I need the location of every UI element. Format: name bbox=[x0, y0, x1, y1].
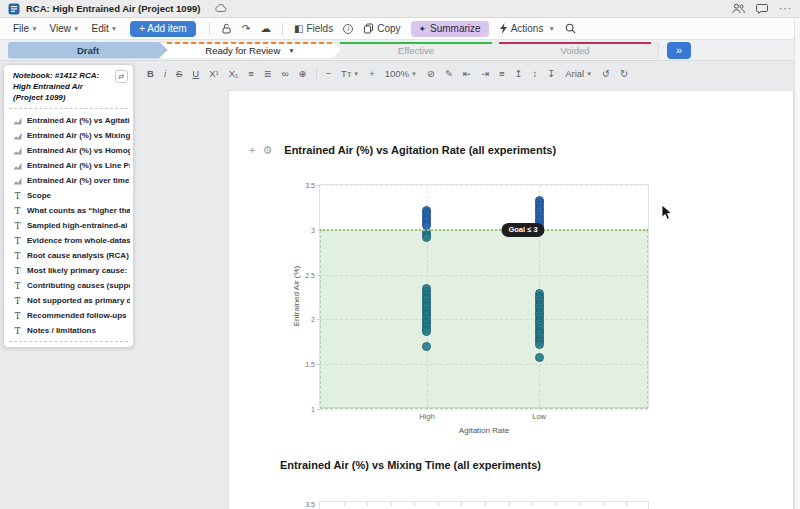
zoom-level-button[interactable]: 100%▼ bbox=[380, 66, 422, 81]
vertical-align-middle-button[interactable]: ↕ bbox=[527, 66, 542, 81]
chart-2-title-row: Entrained Air (%) vs Mixing Time (all ex… bbox=[275, 459, 541, 471]
workflow-stage-effective[interactable]: Effective bbox=[332, 42, 500, 59]
redo-button[interactable]: ↻ bbox=[615, 66, 633, 81]
sidebar-item[interactable]: Entrained Air (%) vs Line Pr bbox=[4, 158, 133, 173]
fields-button[interactable]: ◧ Fields bbox=[290, 21, 337, 36]
x-grid-tick bbox=[438, 502, 439, 506]
sidebar-item-label: Sampled high-entrained-ai bbox=[27, 221, 127, 230]
font-family-button[interactable]: Arial▼ bbox=[560, 66, 597, 81]
decrease-font-size-button[interactable]: − bbox=[321, 66, 337, 81]
vertical-align-bottom-button[interactable]: ↧ bbox=[542, 66, 560, 81]
sidebar-item[interactable]: TContributing causes (suppo bbox=[4, 278, 133, 293]
chart-icon bbox=[13, 147, 22, 155]
sidebar-item[interactable]: TRecommended follow-ups bbox=[4, 308, 133, 323]
stage-stripe bbox=[340, 42, 492, 44]
chart-settings-icon[interactable]: ⚙ bbox=[262, 145, 272, 156]
sidebar-item[interactable]: TMost likely primary cause: bbox=[4, 263, 133, 278]
y-tick-label: 3.5 bbox=[305, 182, 315, 189]
sidebar-item-list: Entrained Air (%) vs AgitationEntrained … bbox=[4, 109, 133, 341]
y-tick-label: 3 bbox=[311, 226, 315, 233]
workflow-stage-label: Draft bbox=[77, 45, 99, 56]
sidebar-item[interactable]: Entrained Air (%) vs Agitation bbox=[4, 113, 133, 128]
sidebar-item[interactable]: TRoot cause analysis (RCA) bbox=[4, 248, 133, 263]
sidebar-item-label: Entrained Air (%) vs Agitation bbox=[27, 116, 130, 125]
superscript-button[interactable]: X¹ bbox=[204, 66, 224, 81]
expand-panel-icon[interactable]: ⇄ bbox=[115, 70, 128, 83]
italic-button[interactable]: i bbox=[159, 66, 171, 81]
copy-button[interactable]: Copy bbox=[359, 21, 404, 36]
sidebar-item[interactable]: TWhat counts as “higher tha bbox=[4, 203, 133, 218]
vertical-align-top-button[interactable]: ↥ bbox=[509, 66, 527, 81]
document-page: + ⚙ Entrained Air (%) vs Agitation Rate … bbox=[228, 90, 794, 509]
x-grid-tick bbox=[344, 502, 345, 506]
sidebar-item-label: Notes / limitations bbox=[27, 326, 96, 335]
bold-button[interactable]: B bbox=[142, 66, 159, 81]
unlock-icon[interactable] bbox=[217, 21, 236, 36]
search-icon[interactable] bbox=[561, 21, 580, 36]
link-button[interactable]: ∞ bbox=[277, 66, 294, 81]
menu-view[interactable]: View▼ bbox=[45, 21, 85, 36]
caret-down-icon: ▼ bbox=[353, 71, 359, 77]
text-icon: T bbox=[13, 221, 22, 231]
justify-button[interactable]: ≡ bbox=[494, 66, 510, 81]
menu-file[interactable]: File▼ bbox=[8, 21, 43, 36]
sidebar-item[interactable]: TEvidence from whole-datas bbox=[4, 233, 133, 248]
sidebar-item[interactable]: Entrained Air (%) over time bbox=[4, 173, 133, 188]
x-grid-tick bbox=[391, 502, 392, 506]
highlight-button[interactable]: ✎ bbox=[440, 66, 458, 81]
scrollbar-track[interactable] bbox=[794, 18, 800, 509]
caret-down-icon: ▼ bbox=[31, 25, 37, 32]
app-window: RCA: High Entrained Air (Project 1099) ·… bbox=[0, 0, 800, 509]
text-icon: T bbox=[13, 251, 22, 261]
menu-edit[interactable]: Edit▼ bbox=[87, 21, 123, 36]
actions-menu[interactable]: Actions ▼ bbox=[495, 21, 559, 36]
collaborators-icon[interactable] bbox=[732, 3, 745, 14]
y-tick-label: 2 bbox=[311, 316, 315, 323]
sidebar-item-label: Entrained Air (%) vs Homog bbox=[27, 146, 130, 155]
font-size-button[interactable]: Tт▼ bbox=[336, 66, 364, 81]
subscript-button[interactable]: X₁ bbox=[224, 66, 244, 81]
copy-icon bbox=[363, 23, 374, 34]
sidebar-item[interactable]: TScope bbox=[4, 188, 133, 203]
summarize-button[interactable]: ✦ Summarize bbox=[411, 21, 489, 37]
comments-icon[interactable] bbox=[756, 3, 768, 14]
strikethrough-button[interactable]: S bbox=[171, 66, 187, 81]
workflow-advance-button[interactable]: » bbox=[667, 42, 691, 59]
bullet-list-button[interactable]: ≡ bbox=[243, 66, 259, 81]
workflow-stage-ready-for-review[interactable]: Ready for Review▼ bbox=[159, 42, 341, 59]
main-area: BiSUX¹X₁≡≣∞⊕−Tт▼+100%▼⊘✎⇤⇥≡↥↕↧Arial▼↺↻ N… bbox=[0, 61, 800, 509]
share-icon[interactable]: ↷ bbox=[238, 21, 255, 36]
data-point bbox=[535, 353, 544, 362]
sidebar-item[interactable]: Entrained Air (%) vs Mixing bbox=[4, 128, 133, 143]
stage-stripe bbox=[499, 42, 651, 44]
sidebar-item[interactable]: Entrained Air (%) vs Homog bbox=[4, 143, 133, 158]
undo-button[interactable]: ↺ bbox=[597, 66, 615, 81]
numbered-list-button[interactable]: ≣ bbox=[259, 66, 277, 81]
align-right-button[interactable]: ⇥ bbox=[476, 66, 494, 81]
more-options-icon[interactable]: ··· bbox=[779, 4, 792, 14]
text-icon: T bbox=[13, 311, 22, 321]
increase-font-size-button[interactable]: + bbox=[364, 66, 380, 81]
sidebar-item-label: What counts as “higher tha bbox=[27, 206, 130, 215]
sidebar-item[interactable]: TNot supported as primary d bbox=[4, 293, 133, 308]
workflow-stage-draft[interactable]: Draft bbox=[8, 42, 168, 59]
sidebar-item-label: Entrained Air (%) vs Line Pr bbox=[27, 161, 130, 170]
sidebar-item[interactable]: TNotes / limitations bbox=[4, 323, 133, 338]
add-item-button[interactable]: + Add item bbox=[130, 21, 196, 37]
chart-icon bbox=[13, 162, 22, 170]
align-left-button[interactable]: ⇤ bbox=[458, 66, 476, 81]
y-tick-mark bbox=[317, 185, 320, 186]
workflow-stage-voided[interactable]: Voided bbox=[491, 42, 659, 59]
notebook-outline-panel: Notebook: #1412 RCA: High Entrained Air … bbox=[3, 64, 134, 348]
chart-2-title: Entrained Air (%) vs Mixing Time (all ex… bbox=[280, 459, 541, 471]
caret-down-icon: ▼ bbox=[111, 25, 117, 32]
sidebar-item[interactable]: TSampled high-entrained-ai bbox=[4, 218, 133, 233]
add-block-icon[interactable]: + bbox=[249, 145, 255, 156]
cloud-upload-icon[interactable]: ☁ bbox=[257, 21, 276, 36]
x-grid-tick bbox=[532, 502, 533, 506]
info-icon[interactable]: i bbox=[339, 22, 357, 36]
y-tick-mark bbox=[317, 409, 320, 410]
underline-button[interactable]: U bbox=[187, 66, 204, 81]
add-comment-button[interactable]: ⊕ bbox=[294, 66, 312, 81]
text-color-button[interactable]: ⊘ bbox=[422, 66, 440, 81]
